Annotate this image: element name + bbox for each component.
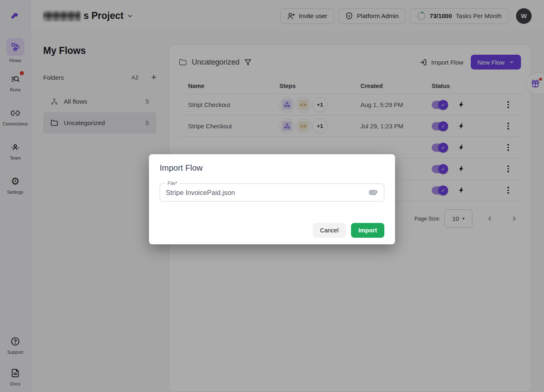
modal-title: Import Flow [160, 163, 384, 173]
file-field: File* [160, 183, 384, 202]
file-input[interactable] [166, 189, 368, 197]
attach-file-button[interactable] [368, 188, 378, 197]
paperclip-icon [369, 188, 377, 197]
app-root: Flows Runs Connections [0, 0, 544, 392]
cancel-button[interactable]: Cancel [313, 223, 346, 238]
file-field-label: File* [165, 181, 179, 186]
import-button[interactable]: Import [351, 223, 384, 238]
import-flow-modal: Import Flow File* Cancel Import [149, 154, 395, 244]
